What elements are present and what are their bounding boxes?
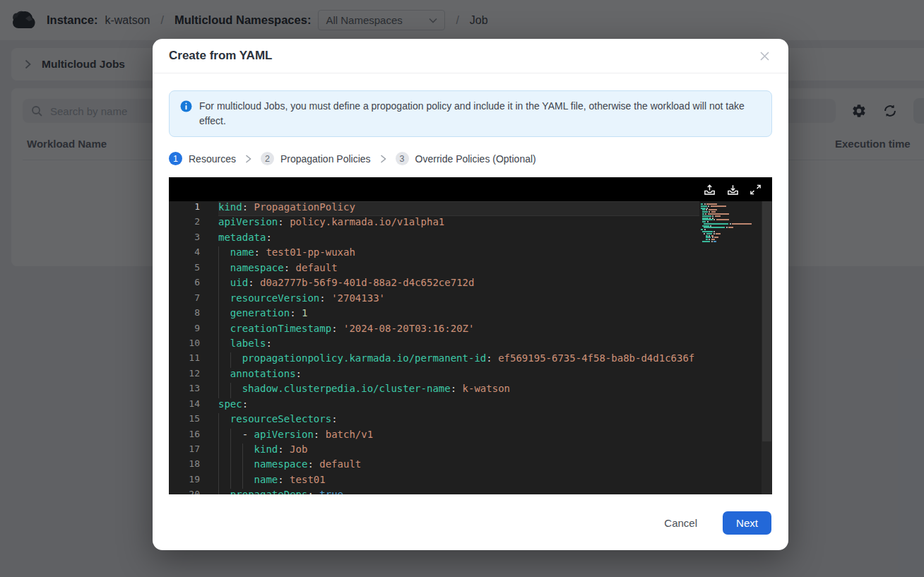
line-number: 7 xyxy=(169,292,218,307)
download-icon xyxy=(726,188,740,198)
code-line[interactable]: creationTimestamp: '2024-08-20T03:16:20Z… xyxy=(218,323,699,338)
line-number: 16 xyxy=(169,429,218,444)
indent-guide xyxy=(230,444,242,458)
code-line[interactable]: labels: xyxy=(218,338,699,352)
editor-minimap[interactable] xyxy=(701,203,762,243)
indent-guide xyxy=(242,458,254,473)
line-number: 4 xyxy=(169,246,218,261)
code-line[interactable]: propagateDeps: true xyxy=(218,489,699,494)
indent-guide xyxy=(218,323,230,338)
modal-body: For multicloud Jobs, you must define a p… xyxy=(153,73,788,494)
line-number: 19 xyxy=(169,474,218,489)
info-icon xyxy=(180,99,192,129)
step-label: Override Policies (Optional) xyxy=(415,153,536,165)
indent-guide xyxy=(218,352,230,367)
editor-code-area[interactable]: kind: PropagationPolicyapiVersion: polic… xyxy=(218,201,699,494)
cancel-button[interactable]: Cancel xyxy=(660,516,701,530)
step-resources[interactable]: 1 Resources xyxy=(169,152,236,165)
code-line[interactable]: - apiVersion: batch/v1 xyxy=(218,429,699,444)
fullscreen-icon xyxy=(750,187,762,198)
modal-title: Create from YAML xyxy=(169,49,272,63)
code-line[interactable]: generation: 1 xyxy=(218,307,699,322)
step-label: Resources xyxy=(189,153,236,165)
indent-guide xyxy=(242,444,254,458)
line-number: 5 xyxy=(169,262,218,277)
indent-guide xyxy=(218,444,230,458)
code-line[interactable]: namespace: default xyxy=(218,262,699,277)
step-number: 2 xyxy=(261,152,274,165)
indent-guide xyxy=(218,489,230,494)
create-from-yaml-modal: Create from YAML For multicloud Jobs, yo… xyxy=(153,39,788,550)
indent-guide xyxy=(218,292,230,307)
code-line[interactable]: name: test01-pp-wuxah xyxy=(218,246,699,261)
code-line[interactable]: shadow.clusterpedia.io/cluster-name: k-w… xyxy=(218,383,699,398)
line-number: 3 xyxy=(169,232,218,246)
indent-guide xyxy=(218,429,230,444)
indent-guide xyxy=(218,474,230,489)
indent-guide xyxy=(242,474,254,489)
banner-text: For multicloud Jobs, you must define a p… xyxy=(199,99,756,129)
code-line[interactable]: propagationpolicy.karmada.io/permanent-i… xyxy=(218,352,699,367)
indent-guide xyxy=(230,474,242,489)
minimap-row xyxy=(701,241,762,242)
download-yaml-button[interactable] xyxy=(726,183,740,196)
indent-guide xyxy=(218,458,230,473)
line-number: 11 xyxy=(169,352,218,367)
step-label: Propagation Policies xyxy=(280,153,371,165)
steps-bar: 1 Resources 2 Propagation Policies 3 Ove… xyxy=(169,152,772,165)
indent-guide xyxy=(230,458,242,473)
step-propagation-policies[interactable]: 2 Propagation Policies xyxy=(261,152,371,165)
code-line[interactable]: name: test01 xyxy=(218,474,699,489)
step-override-policies[interactable]: 3 Override Policies (Optional) xyxy=(396,152,536,165)
code-line[interactable]: spec: xyxy=(218,398,699,413)
line-number: 2 xyxy=(169,216,218,231)
modal-header: Create from YAML xyxy=(153,39,788,73)
code-line[interactable]: kind: PropagationPolicy xyxy=(218,201,699,216)
line-number: 6 xyxy=(169,277,218,292)
fullscreen-button[interactable] xyxy=(750,184,762,196)
indent-guide xyxy=(218,277,230,292)
line-number: 15 xyxy=(169,413,218,428)
line-number: 8 xyxy=(169,307,218,322)
indent-guide xyxy=(218,368,230,383)
scrollbar-thumb[interactable] xyxy=(762,201,771,441)
indent-guide xyxy=(218,383,230,398)
step-number: 3 xyxy=(396,152,409,165)
line-number: 10 xyxy=(169,338,218,352)
line-number: 20 xyxy=(169,489,218,494)
editor-body[interactable]: 1234567891011121314151617181920 kind: Pr… xyxy=(169,201,772,494)
upload-icon xyxy=(703,188,716,198)
line-number: 17 xyxy=(169,444,218,458)
indent-guide xyxy=(230,352,242,367)
code-line[interactable]: kind: Job xyxy=(218,444,699,458)
indent-guide xyxy=(218,246,230,261)
close-icon xyxy=(759,53,770,64)
editor-toolbar xyxy=(169,177,772,201)
indent-guide xyxy=(230,383,242,398)
chevron-right-icon xyxy=(380,155,386,163)
line-number: 9 xyxy=(169,323,218,338)
modal-footer: Cancel Next xyxy=(153,494,788,551)
step-number: 1 xyxy=(169,152,182,165)
indent-guide xyxy=(218,262,230,277)
indent-guide xyxy=(218,338,230,352)
editor-scrollbar[interactable] xyxy=(762,201,772,494)
code-line[interactable]: namespace: default xyxy=(218,458,699,473)
code-line[interactable]: resourceVersion: '2704133' xyxy=(218,292,699,307)
code-line[interactable]: annotations: xyxy=(218,368,699,383)
code-line[interactable]: metadata: xyxy=(218,232,699,246)
line-number: 1 xyxy=(169,201,218,216)
editor-gutter: 1234567891011121314151617181920 xyxy=(169,201,218,494)
line-number: 18 xyxy=(169,458,218,473)
line-number: 13 xyxy=(169,383,218,398)
code-line[interactable]: uid: d0a2777b-56f9-401d-88a2-d4c652ce712… xyxy=(218,277,699,292)
code-line[interactable]: resourceSelectors: xyxy=(218,413,699,428)
upload-yaml-button[interactable] xyxy=(703,183,716,196)
code-line[interactable]: apiVersion: policy.karmada.io/v1alpha1 xyxy=(218,216,699,231)
indent-guide xyxy=(230,429,242,444)
close-button[interactable] xyxy=(757,48,773,64)
indent-guide xyxy=(218,413,230,428)
line-number: 12 xyxy=(169,368,218,383)
chevron-right-icon xyxy=(245,155,251,163)
next-button[interactable]: Next xyxy=(723,511,771,535)
